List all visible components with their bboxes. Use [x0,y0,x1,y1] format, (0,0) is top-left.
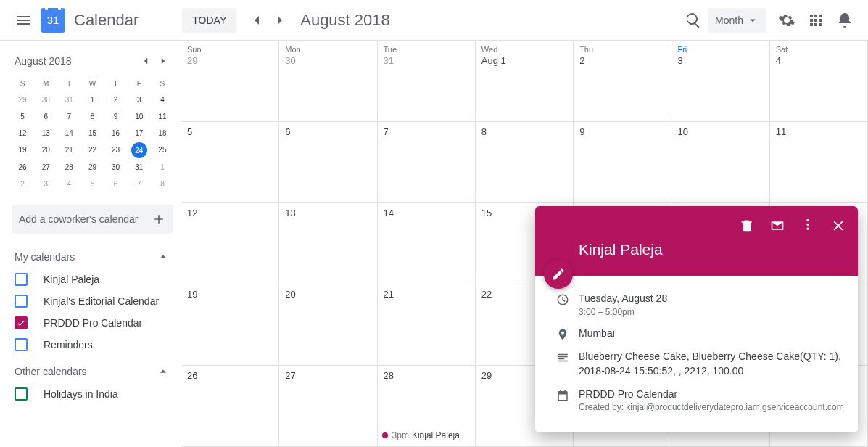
mini-day[interactable]: 29 [81,160,103,175]
grid-cell[interactable]: Fri3 [671,41,769,122]
mini-day[interactable]: 1 [81,92,103,107]
calendar-label: Holidays in India [44,388,118,400]
mini-day[interactable]: 28 [58,160,80,175]
mini-day[interactable]: 4 [152,92,173,107]
grid-cell[interactable]: Sat4 [770,41,868,122]
next-month-icon[interactable] [268,9,292,32]
mini-day[interactable]: 29 [12,92,33,107]
mini-day[interactable]: 2 [12,176,33,192]
grid-cell[interactable]: 27 [279,366,377,447]
mini-day[interactable]: 24 [131,142,147,158]
view-selector[interactable]: Month [708,8,766,33]
email-icon[interactable] [765,213,790,238]
mini-prev-icon[interactable] [137,52,154,70]
mini-day[interactable]: 11 [152,109,173,124]
mini-day[interactable]: 30 [35,92,57,107]
calendar-item[interactable]: PRDDD Pro Calendar [7,312,178,334]
edit-button[interactable] [544,260,573,289]
mini-calendar[interactable]: SMTWTFS293031123456789101112131415161718… [7,77,178,192]
mini-day[interactable]: 2 [105,92,127,107]
mini-day[interactable]: 13 [35,126,57,141]
mini-day[interactable]: 14 [58,126,80,141]
mini-day[interactable]: 17 [128,126,150,141]
mini-day[interactable]: 8 [81,109,103,124]
mini-day[interactable]: 15 [81,126,103,141]
mini-day[interactable]: 10 [128,109,150,124]
settings-icon[interactable] [772,6,801,35]
mini-day[interactable]: 18 [152,126,173,141]
grid-cell[interactable]: 13 [279,203,377,284]
grid-cell[interactable]: WedAug 1 [476,41,574,122]
mini-day[interactable]: 21 [58,142,80,158]
mini-day[interactable]: 12 [12,126,33,141]
grid-cell[interactable]: 7 [378,122,476,203]
prev-month-icon[interactable] [245,9,268,32]
mini-day[interactable]: 16 [105,126,127,141]
grid-cell[interactable]: 9 [574,122,671,203]
search-icon[interactable] [679,6,708,35]
calendar-checkbox[interactable] [15,387,28,401]
grid-cell[interactable]: 14 [378,203,476,284]
mini-day[interactable]: 23 [105,142,127,158]
mini-day[interactable]: 3 [128,92,150,107]
grid-cell[interactable]: 19 [181,284,279,366]
mini-day[interactable]: 22 [81,142,103,158]
mini-day[interactable]: 7 [58,109,80,124]
calendar-checkbox[interactable] [15,295,28,308]
grid-cell[interactable]: 8 [476,122,574,203]
grid-cell[interactable]: 12 [181,203,279,284]
grid-cell[interactable]: 6 [279,122,377,203]
grid-daynum: 21 [384,289,469,300]
mini-next-icon[interactable] [154,52,172,70]
grid-cell[interactable]: Tue31 [378,41,476,122]
mini-day[interactable]: 5 [81,176,103,192]
mini-day[interactable]: 27 [35,160,57,175]
mini-day[interactable]: 19 [12,142,33,158]
grid-cell[interactable]: 26 [181,366,279,447]
mini-day[interactable]: 7 [128,176,150,192]
mini-day[interactable]: 30 [105,160,127,175]
my-calendars-header[interactable]: My calendars [7,241,178,268]
grid-cell[interactable]: 5 [181,122,279,203]
calendar-checkbox[interactable] [15,338,28,351]
delete-icon[interactable] [735,213,759,238]
mini-day[interactable]: 8 [152,176,173,192]
calendar-checkbox[interactable] [15,273,28,286]
close-icon[interactable] [826,213,851,238]
grid-cell[interactable]: 11 [770,122,868,203]
calendar-checkbox[interactable] [15,316,28,329]
mini-day[interactable]: 20 [35,142,57,158]
calendar-item[interactable]: Kinjal Paleja [7,268,178,290]
notifications-icon[interactable] [830,6,859,35]
mini-day[interactable]: 6 [35,109,57,124]
grid-cell[interactable]: Sun29 [181,41,279,122]
mini-day[interactable]: 6 [105,176,127,192]
mini-day[interactable]: 31 [58,92,80,107]
mini-day[interactable]: 31 [128,160,150,175]
other-calendars-header[interactable]: Other calendars [7,356,178,383]
event-chip[interactable]: 3pmKinjal Paleja [382,430,460,440]
grid-cell[interactable]: 283pmKinjal Paleja [378,366,476,447]
mini-day[interactable]: 4 [58,176,80,192]
calendar-item[interactable]: Kinjal's Editorial Calendar [7,290,178,312]
grid-cell[interactable]: Thu2 [574,41,671,122]
grid-cell[interactable]: 21 [378,284,476,366]
grid-cell[interactable]: 20 [279,284,377,366]
more-icon[interactable] [795,213,820,238]
chevron-down-icon [746,14,759,27]
apps-icon[interactable] [801,6,830,35]
add-coworker-calendar[interactable]: Add a coworker's calendar [12,205,173,234]
grid-cell[interactable]: Mon30 [279,41,377,122]
mini-day[interactable]: 9 [105,109,127,124]
mini-day[interactable]: 5 [12,109,33,124]
grid-cell[interactable]: 10 [671,122,769,203]
logo[interactable]: 31 Calendar [41,8,139,33]
mini-day[interactable]: 3 [35,176,57,192]
mini-day[interactable]: 1 [152,160,173,175]
calendar-item[interactable]: Reminders [7,334,178,356]
mini-day[interactable]: 26 [12,160,33,175]
menu-icon[interactable] [9,6,38,35]
mini-day[interactable]: 25 [152,142,173,158]
today-button[interactable]: TODAY [182,8,236,33]
calendar-item[interactable]: Holidays in India [7,383,178,405]
